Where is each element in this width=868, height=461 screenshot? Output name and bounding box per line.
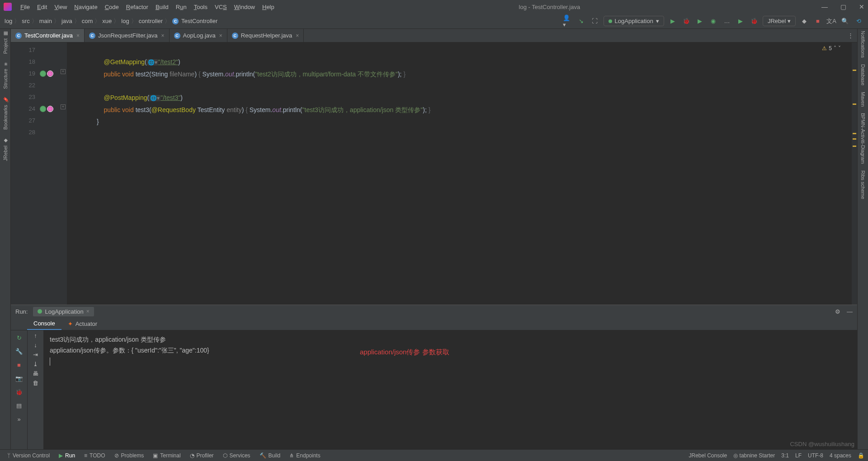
run-gutter-icon[interactable] — [40, 71, 46, 77]
tool-ribs[interactable]: Ribs scheme — [860, 170, 866, 199]
close-icon[interactable]: × — [86, 308, 90, 315]
close-icon[interactable]: ✕ — [859, 3, 864, 10]
jr-icon[interactable]: ◆ — [799, 16, 809, 26]
tab-aoplog[interactable]: C AopLog.java × — [170, 29, 227, 42]
crumb[interactable]: log — [121, 18, 129, 24]
expand-icon[interactable]: » — [14, 414, 24, 424]
fold-icon[interactable]: + — [61, 104, 66, 109]
camera-icon[interactable]: 📷 — [14, 373, 24, 384]
scroll-icon[interactable]: ⤓ — [33, 361, 38, 367]
status-encoding[interactable]: UTF-8 — [808, 452, 823, 459]
crumb[interactable]: controller — [139, 18, 163, 24]
crumb[interactable]: src — [22, 18, 29, 24]
run-panel-config[interactable]: LogApplication × — [33, 307, 94, 316]
tool-bpmn[interactable]: BPMN-Activiti-Diagram — [860, 113, 866, 164]
status-lf[interactable]: LF — [795, 452, 802, 459]
menu-window[interactable]: Window — [231, 2, 258, 12]
minimize-icon[interactable]: — — [847, 308, 853, 315]
status-jrebel-console[interactable]: JRebel Console — [689, 452, 727, 459]
sync-icon[interactable]: ⟲ — [854, 16, 863, 26]
endpoint-gutter-icon[interactable] — [47, 71, 53, 77]
status-run[interactable]: ▶Run — [55, 451, 79, 460]
build-icon[interactable]: ⛶ — [590, 16, 600, 26]
minimize-icon[interactable]: — — [821, 3, 828, 10]
tool-structure[interactable]: Structure⛯ — [3, 62, 8, 89]
status-indent[interactable]: 4 spaces — [830, 452, 851, 459]
layout-icon[interactable]: ▤ — [14, 400, 24, 411]
tool-jrebel[interactable]: JRebel◆ — [2, 138, 8, 161]
status-endpoints[interactable]: ⋔Endpoints — [286, 451, 324, 460]
profile-icon[interactable]: ◉ — [708, 16, 718, 26]
tool-maven[interactable]: Maven — [860, 92, 866, 107]
wrench-icon[interactable]: 🔧 — [14, 346, 24, 357]
status-problems[interactable]: ⊘Problems — [111, 451, 148, 460]
tool-bookmarks[interactable]: Bookmarks🔖 — [2, 97, 8, 130]
tab-jsonrequestfilter[interactable]: C JsonRequestFilter.java × — [85, 29, 170, 42]
console-output[interactable]: test3访问成功，application/json 类型传参 applicat… — [43, 330, 857, 449]
status-pos[interactable]: 3:1 — [781, 452, 789, 459]
tab-requesthelper[interactable]: C RequestHelper.java × — [227, 29, 304, 42]
menu-help[interactable]: Help — [259, 2, 278, 12]
search-icon[interactable]: 🔍 — [840, 16, 850, 26]
jr-run-icon[interactable]: ▶ — [736, 16, 745, 26]
close-tab-icon[interactable]: × — [161, 33, 164, 39]
menu-code[interactable]: Code — [102, 2, 122, 12]
tool-database[interactable]: Database — [860, 64, 866, 85]
run-gutter-icon[interactable] — [40, 106, 46, 112]
menu-build[interactable]: Build — [152, 2, 172, 12]
coverage-icon[interactable]: ▶ — [695, 16, 705, 26]
rerun-icon[interactable]: ↻ — [14, 332, 24, 343]
menu-refactor[interactable]: Refactor — [123, 2, 151, 12]
run-icon[interactable]: ▶ — [668, 16, 678, 26]
menu-vcs[interactable]: VCS — [212, 2, 230, 12]
status-todo[interactable]: ≡TODO — [80, 451, 108, 460]
trash-icon[interactable]: 🗑 — [33, 380, 38, 386]
up-icon[interactable]: ↑ — [34, 332, 37, 339]
tab-testcontroller[interactable]: C TestController.java × — [11, 29, 85, 42]
tab-overflow-icon[interactable]: ⋮ — [844, 29, 857, 42]
menu-tools[interactable]: Tools — [191, 2, 211, 12]
maximize-icon[interactable]: ▢ — [840, 3, 846, 10]
stop-icon[interactable]: ■ — [14, 359, 24, 370]
run-tab-actuator[interactable]: ✦Actuator — [61, 318, 104, 330]
debug-rerun-icon[interactable]: 🐞 — [14, 386, 24, 397]
close-tab-icon[interactable]: × — [219, 33, 222, 39]
hammer-icon[interactable]: ↘ — [576, 16, 586, 26]
error-stripe[interactable] — [852, 42, 857, 305]
down-icon[interactable]: ↓ — [34, 342, 37, 348]
crumb[interactable]: TestController — [181, 18, 217, 24]
status-profiler[interactable]: ◔Profiler — [186, 451, 217, 460]
status-build[interactable]: 🔨Build — [256, 451, 284, 460]
chevron-up-icon[interactable]: ˄ — [834, 45, 836, 52]
crumb[interactable]: xue — [102, 18, 112, 24]
menu-navigate[interactable]: Navigate — [71, 2, 100, 12]
status-terminal[interactable]: ▣Terminal — [149, 451, 184, 460]
menu-run[interactable]: Run — [173, 2, 190, 12]
endpoint-gutter-icon[interactable] — [47, 106, 53, 112]
translate-icon[interactable]: 文A — [826, 16, 836, 26]
debug-icon[interactable]: 🐞 — [681, 16, 691, 26]
code-content[interactable]: @GetMapping(🌐▾"/test2") public void test… — [38, 42, 857, 305]
run-config-select[interactable]: LogApplication ▾ — [604, 16, 664, 26]
chevron-down-icon[interactable]: ˅ — [838, 45, 841, 52]
status-lock-icon[interactable]: 🔒 — [858, 452, 864, 459]
tool-project[interactable]: Project▦ — [2, 31, 8, 54]
run-tab-console[interactable]: Console — [27, 318, 61, 330]
jrebel-dropdown[interactable]: JRebel ▾ — [763, 16, 796, 26]
print-icon[interactable]: 🖶 — [33, 370, 38, 377]
status-services[interactable]: ⬡Services — [219, 451, 254, 460]
inspection-badge[interactable]: ⚠ 5 ˄ ˅ — [822, 45, 841, 52]
menu-view[interactable]: View — [51, 2, 70, 12]
user-dropdown-icon[interactable]: 👤▾ — [563, 16, 573, 26]
close-tab-icon[interactable]: × — [76, 33, 80, 39]
status-vcs[interactable]: ᛘVersion Control — [4, 451, 53, 460]
wrap-icon[interactable]: ⇥ — [33, 351, 38, 358]
stop-icon[interactable]: ■ — [813, 16, 823, 26]
jr-debug-icon[interactable]: 🐞 — [749, 16, 759, 26]
crumb[interactable]: java — [61, 18, 72, 24]
code-editor[interactable]: 17 18 19 22 23 24 27 28 + + @GetMappi — [11, 42, 857, 305]
menu-edit[interactable]: Edit — [34, 2, 50, 12]
tool-notifications[interactable]: Notifications — [860, 31, 866, 58]
crumb[interactable]: com — [82, 18, 93, 24]
attach-icon[interactable]: … — [722, 16, 732, 26]
